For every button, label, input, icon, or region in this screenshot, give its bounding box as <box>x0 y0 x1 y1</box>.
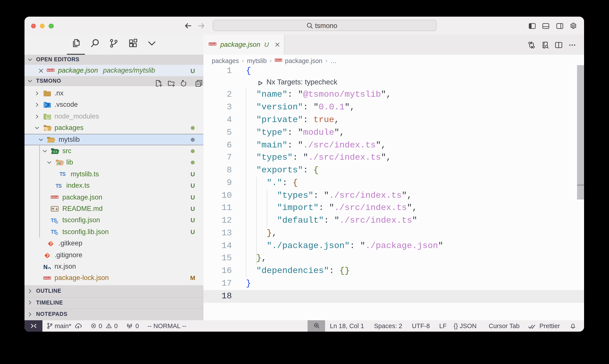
svg-text:js: js <box>46 116 49 119</box>
svg-text:N: N <box>43 264 48 270</box>
svg-text:TS: TS <box>56 183 62 189</box>
svg-text:TS: TS <box>60 171 66 177</box>
